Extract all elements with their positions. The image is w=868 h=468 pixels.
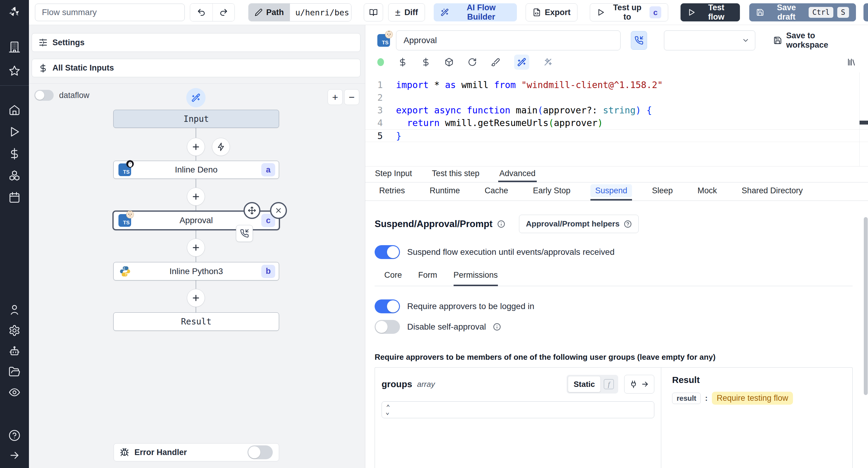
subtab-retries[interactable]: Retries: [374, 182, 410, 201]
help-icon[interactable]: [7, 428, 22, 443]
dollar-icon: [38, 64, 48, 73]
settings-gear-icon[interactable]: [7, 323, 22, 338]
require-login-toggle[interactable]: [375, 299, 400, 313]
undo-redo-group: [190, 3, 235, 21]
subtab-suspend[interactable]: Suspend: [590, 182, 632, 201]
subtab-cache[interactable]: Cache: [480, 182, 513, 201]
save-to-workspace-button[interactable]: Save to workspace: [773, 31, 856, 50]
all-static-inputs-button[interactable]: All Static Inputs: [32, 59, 361, 77]
test-flow-button[interactable]: Test flow: [681, 3, 740, 21]
result-value-highlight[interactable]: Require testing flow: [712, 392, 793, 405]
tab-test-this-step[interactable]: Test this step: [431, 167, 481, 182]
test-up-to-button[interactable]: Test up to c: [590, 3, 668, 21]
zoom-out-button[interactable]: −: [344, 89, 359, 105]
approval-prompt-helpers-button[interactable]: Approval/Prompt helpers: [519, 215, 639, 233]
variables-dollar-icon[interactable]: [421, 58, 430, 67]
step-header: TS: [365, 30, 868, 51]
reload-icon[interactable]: [468, 58, 477, 67]
subtab-early-stop[interactable]: Early Stop: [528, 182, 575, 201]
groups-value-input[interactable]: ⌃⌃: [381, 401, 654, 418]
plus-icon: [191, 142, 200, 151]
flow-node-result[interactable]: Result: [113, 313, 279, 331]
code-editor[interactable]: 1import * as wmill from "windmill-client…: [365, 72, 868, 167]
info-icon[interactable]: [497, 220, 505, 228]
connect-input-button[interactable]: [624, 375, 654, 393]
workspace-building-icon[interactable]: [7, 40, 22, 54]
ai-step-wand-button[interactable]: [186, 88, 206, 107]
flow-node-input[interactable]: Input: [113, 110, 279, 128]
flow-node-inline-python[interactable]: Inline Python3 b: [113, 262, 279, 281]
subtab-mock[interactable]: Mock: [692, 182, 722, 201]
step-name-input[interactable]: [396, 30, 621, 50]
static-mode-button[interactable]: Static: [568, 376, 601, 392]
subtab-shared-directory[interactable]: Shared Directory: [737, 182, 808, 201]
add-step-button-3[interactable]: [187, 238, 205, 257]
step-id-badge: a: [261, 163, 275, 176]
subtab-runtime[interactable]: Runtime: [425, 182, 465, 201]
suspend-flow-label: Suspend flow execution until events/appr…: [407, 247, 615, 257]
tab-advanced[interactable]: Advanced: [498, 167, 537, 182]
static-inputs-dollar-icon[interactable]: [398, 58, 407, 67]
result-title: Result: [672, 375, 852, 385]
ai-sparkles-crossed-icon[interactable]: [544, 58, 553, 67]
path-button[interactable]: Path u/henri/bes: [248, 3, 351, 21]
javascript-mode-button[interactable]: f: [601, 376, 617, 392]
format-paintbrush-icon[interactable]: [491, 58, 500, 67]
folders-icon[interactable]: [7, 364, 22, 379]
inner-tab-permissions[interactable]: Permissions: [454, 270, 498, 286]
home-icon[interactable]: [7, 103, 22, 117]
flow-node-inline-deno[interactable]: TS Inline Deno a: [113, 161, 279, 179]
dataflow-toggle[interactable]: [34, 90, 54, 101]
panel-scrollbar[interactable]: [864, 217, 868, 395]
ai-flow-builder-button[interactable]: AI Flow Builder: [434, 3, 517, 21]
inner-tab-core[interactable]: Core: [384, 270, 402, 286]
zoom-in-button[interactable]: +: [328, 89, 343, 105]
error-handler-row[interactable]: Error Handler: [114, 443, 279, 461]
disable-self-approval-toggle[interactable]: [375, 320, 400, 334]
favorites-star-icon[interactable]: [7, 64, 22, 78]
info-icon[interactable]: [493, 323, 501, 331]
wand-sparkles-icon: [441, 8, 449, 17]
save-draft-button[interactable]: Save draft Ctrl S: [749, 3, 856, 21]
users-icon[interactable]: [7, 302, 22, 317]
redo-button[interactable]: [213, 4, 235, 21]
add-step-button-1[interactable]: [187, 138, 205, 156]
suspend-phone-toggle-button[interactable]: [631, 31, 647, 50]
undo-button[interactable]: [190, 4, 213, 21]
flow-settings-button[interactable]: Settings: [32, 33, 361, 52]
subtab-sleep[interactable]: Sleep: [647, 182, 678, 201]
ai-wand-button[interactable]: [514, 55, 529, 70]
runs-play-icon[interactable]: [7, 124, 22, 139]
error-handler-label: Error Handler: [134, 448, 187, 457]
error-handler-toggle[interactable]: [247, 445, 273, 459]
inner-tab-form[interactable]: Form: [418, 270, 437, 286]
library-icon[interactable]: [847, 58, 856, 67]
delete-step-button[interactable]: [270, 202, 287, 219]
windmill-logo[interactable]: [7, 5, 22, 19]
add-trigger-zap-button[interactable]: [212, 138, 230, 156]
expand-sidebar-arrow-icon[interactable]: [7, 448, 22, 463]
export-button[interactable]: Export: [526, 3, 578, 21]
flow-summary-input[interactable]: [35, 4, 185, 21]
workers-robot-icon[interactable]: [7, 344, 22, 358]
schedules-calendar-icon[interactable]: [7, 190, 22, 204]
play-icon: [597, 8, 605, 17]
audit-eye-icon[interactable]: [7, 385, 22, 400]
suspend-flow-toggle[interactable]: [375, 245, 400, 259]
script-version-select[interactable]: [664, 30, 755, 50]
package-icon[interactable]: [444, 58, 454, 67]
docs-button[interactable]: [364, 3, 383, 21]
add-step-button-2[interactable]: [187, 187, 205, 206]
result-key-chip[interactable]: result: [672, 392, 701, 404]
require-login-label: Require approvers to be logged in: [407, 301, 534, 311]
move-step-button[interactable]: [244, 202, 260, 219]
add-step-button-4[interactable]: [187, 289, 205, 307]
phone-incoming-icon: [634, 36, 644, 45]
windmill-flow-editor: Path u/henri/bes ± Diff AI Flow Builder …: [0, 0, 868, 468]
deploy-button-partial[interactable]: [864, 3, 868, 21]
suspend-phone-incoming-badge[interactable]: [236, 225, 253, 242]
resources-boxes-icon[interactable]: [7, 168, 22, 183]
diff-button[interactable]: ± Diff: [388, 3, 425, 21]
tab-step-input[interactable]: Step Input: [374, 167, 413, 182]
variables-dollar-icon[interactable]: [7, 147, 22, 161]
